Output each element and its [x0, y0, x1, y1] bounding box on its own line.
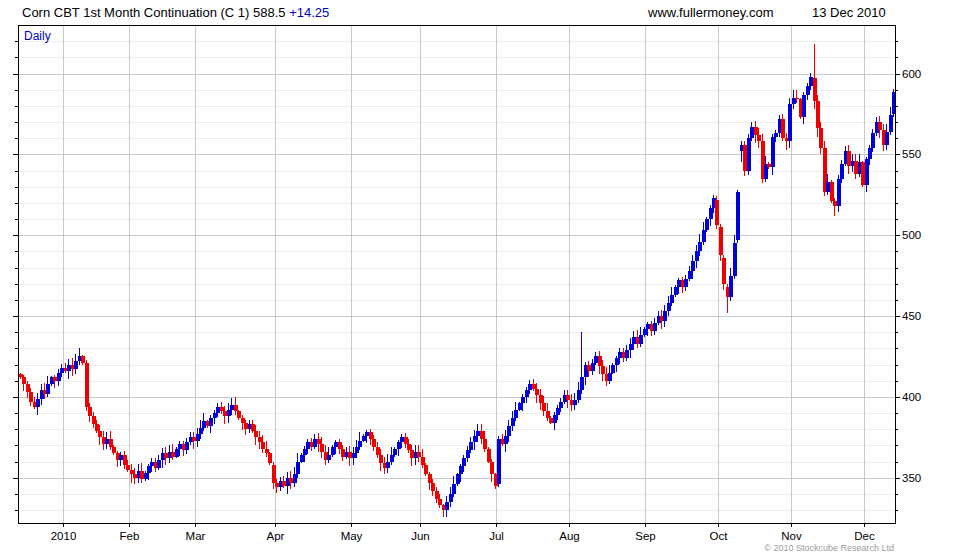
interval-label: Daily: [24, 29, 51, 43]
svg-text:Aug: Aug: [559, 530, 579, 542]
svg-text:Mar: Mar: [186, 530, 206, 542]
svg-text:May: May: [341, 530, 363, 542]
svg-text:Jul: Jul: [489, 530, 504, 542]
chart-window: Corn CBT 1st Month Continuation (C 1) 58…: [0, 0, 980, 560]
svg-text:550: 550: [902, 148, 921, 160]
svg-text:450: 450: [902, 310, 921, 322]
svg-text:Dec: Dec: [854, 530, 875, 542]
svg-text:600: 600: [902, 68, 921, 80]
copyright-notice: © 2010 Stockcube Research Ltd: [764, 543, 894, 553]
svg-text:400: 400: [902, 391, 921, 403]
price-chart: 2010FebMarAprMayJunJulAugSepOctNovDec350…: [0, 0, 980, 560]
svg-text:Apr: Apr: [267, 530, 285, 542]
svg-text:2010: 2010: [51, 530, 77, 542]
svg-text:500: 500: [902, 229, 921, 241]
svg-text:Feb: Feb: [120, 530, 140, 542]
svg-text:Nov: Nov: [781, 530, 802, 542]
svg-text:Sep: Sep: [635, 530, 655, 542]
svg-text:Oct: Oct: [710, 530, 729, 542]
svg-text:Jun: Jun: [411, 530, 430, 542]
svg-text:350: 350: [902, 472, 921, 484]
